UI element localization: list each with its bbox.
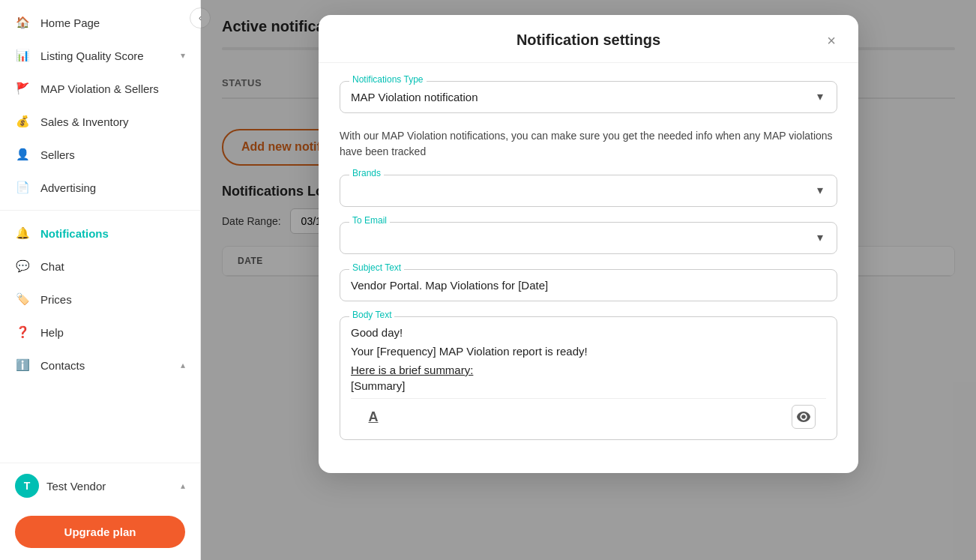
modal-close-button[interactable]: × [819, 28, 843, 52]
sidebar-nav: 🏠 Home Page 📊 Listing Quality Score ▾ 🚩 … [0, 0, 200, 463]
user-section[interactable]: T Test Vendor ▴ [0, 463, 200, 508]
sidebar-item-label: MAP Violation & Sellers [40, 82, 185, 95]
notifications-type-label: Notifications Type [349, 74, 427, 85]
dollar-icon: 💰 [15, 114, 30, 129]
modal-header: Notification settings × [319, 15, 858, 63]
upgrade-plan-button[interactable]: Upgrade plan [15, 516, 185, 548]
sidebar-item-label: Sellers [40, 148, 185, 161]
chart-icon: 📊 [15, 48, 30, 63]
sidebar-item-notifications[interactable]: 🔔 Notifications [0, 217, 200, 250]
to-email-select-wrapper: ▾ [351, 227, 826, 246]
notification-description: With our MAP Violation notifications, yo… [340, 128, 837, 160]
brands-label: Brands [349, 168, 384, 178]
sidebar-item-home[interactable]: 🏠 Home Page [0, 6, 200, 39]
sidebar-item-listing-quality[interactable]: 📊 Listing Quality Score ▾ [0, 39, 200, 72]
nav-divider [0, 210, 200, 211]
body-text-line5: Here is a brief summary: [351, 364, 826, 376]
home-icon: 🏠 [15, 15, 30, 30]
sidebar-item-label: Home Page [40, 16, 185, 29]
sidebar-item-chat[interactable]: 💬 Chat [0, 250, 200, 283]
modal-body: Notifications Type MAP Violation notific… [319, 63, 858, 473]
user-icon: 👤 [15, 147, 30, 162]
body-text-field: Body Text Good day! Your [Frequency] MAP… [340, 316, 837, 440]
sidebar-item-help[interactable]: ❓ Help [0, 316, 200, 349]
body-text-label: Body Text [349, 310, 394, 320]
sidebar-item-label: Sales & Inventory [40, 115, 185, 128]
sidebar-item-label: Contacts [40, 359, 170, 372]
user-name: Test Vendor [46, 480, 173, 493]
body-text-line1: Good day! [351, 326, 826, 339]
sidebar-item-label: Chat [40, 260, 185, 273]
body-text-content: Good day! Your [Frequency] MAP Violation… [351, 322, 826, 395]
body-text-line3: Your [Frequency] MAP Violation report is… [351, 345, 826, 358]
preview-icon[interactable] [792, 405, 816, 429]
sidebar-item-label: Help [40, 326, 185, 339]
sidebar-item-label: Listing Quality Score [40, 49, 170, 62]
sidebar-item-prices[interactable]: 🏷️ Prices [0, 283, 200, 316]
chevron-down-icon: ▾ [181, 50, 185, 61]
tag-icon: 🏷️ [15, 292, 30, 307]
subject-text-label: Subject Text [349, 262, 404, 273]
chevron-up-icon: ▴ [181, 481, 185, 491]
bell-icon: 🔔 [15, 226, 30, 241]
chat-icon: 💬 [15, 259, 30, 274]
brands-field: Brands ▾ [340, 175, 837, 207]
help-icon: ❓ [15, 325, 30, 340]
sidebar-item-label: Advertising [40, 181, 185, 194]
sidebar-item-contacts[interactable]: ℹ️ Contacts ▴ [0, 349, 200, 382]
notifications-type-field: Notifications Type MAP Violation notific… [340, 81, 837, 113]
body-text-toolbar: A [351, 398, 826, 432]
to-email-label: To Email [349, 215, 390, 226]
chevron-up-icon: ▴ [181, 360, 185, 370]
sidebar-item-advertising[interactable]: 📄 Advertising [0, 171, 200, 204]
info-icon: ℹ️ [15, 358, 30, 373]
body-text-line6: [Summary] [351, 379, 826, 392]
sidebar-item-label: Notifications [40, 227, 185, 240]
sidebar-item-sales-inventory[interactable]: 💰 Sales & Inventory [0, 105, 200, 138]
subject-text-field: Subject Text [340, 269, 837, 301]
flag-icon: 🚩 [15, 81, 30, 96]
sidebar-item-map-violation[interactable]: 🚩 MAP Violation & Sellers [0, 72, 200, 105]
text-format-icon[interactable]: A [361, 405, 385, 429]
sidebar-item-sellers[interactable]: 👤 Sellers [0, 138, 200, 171]
brands-select[interactable] [351, 180, 826, 199]
modal-title: Notification settings [516, 31, 660, 49]
notifications-type-select-wrapper: MAP Violation notification ▾ [351, 86, 826, 105]
main-content: Active notifications Status Add new noti… [201, 0, 976, 560]
to-email-select[interactable] [351, 227, 826, 246]
sidebar-item-label: Prices [40, 293, 185, 306]
notifications-type-select[interactable]: MAP Violation notification [351, 86, 826, 105]
subject-text-input[interactable] [351, 274, 826, 293]
advertising-icon: 📄 [15, 180, 30, 195]
to-email-field: To Email ▾ [340, 222, 837, 254]
avatar: T [15, 474, 39, 498]
sidebar: ‹ 🏠 Home Page 📊 Listing Quality Score ▾ … [0, 0, 201, 560]
modal-overlay: Notification settings × Notifications Ty… [201, 0, 976, 560]
notification-settings-modal: Notification settings × Notifications Ty… [319, 15, 858, 473]
brands-select-wrapper: ▾ [351, 180, 826, 199]
